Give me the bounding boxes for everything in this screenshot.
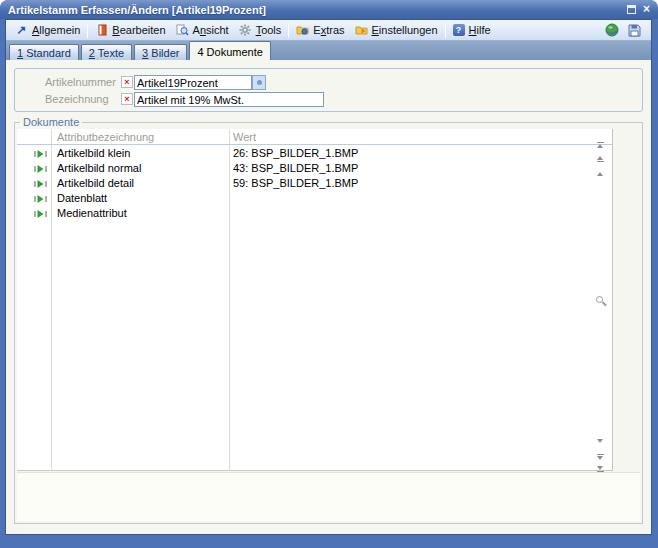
media-attribute-icon	[34, 149, 47, 159]
magnifier-document-icon	[176, 24, 189, 37]
artikelnummer-input[interactable]	[134, 75, 252, 90]
window-titlebar[interactable]: Artikelstamm Erfassen/Ändern [Artikel19P…	[0, 0, 658, 19]
column-header-wert: Wert	[233, 131, 256, 143]
media-attribute-icon	[34, 179, 47, 189]
bezeichnung-row: Bezeichnung	[15, 92, 642, 107]
restore-icon[interactable]	[627, 5, 636, 14]
artikelnummer-row: Artikelnummer	[15, 75, 642, 90]
clear-field-icon[interactable]	[121, 76, 133, 88]
lookup-spinner-button[interactable]	[252, 75, 266, 90]
tab-dokumente[interactable]: 4 Dokumente	[189, 41, 270, 60]
column-header-attribut: Attributbezeichnung	[57, 131, 154, 143]
attribute-value: 26: BSP_BILDER_1.BMP	[233, 147, 358, 159]
scroll-page-up-button[interactable]	[594, 153, 606, 165]
menu-hilfe[interactable]: Hilfe	[448, 21, 496, 40]
titlebar-controls	[627, 5, 650, 14]
menu-allgemein[interactable]: Allgemein	[10, 21, 85, 40]
window-inner-frame: Allgemein Bearbeiten Ansicht Tools	[5, 19, 652, 535]
menu-label-allgemein: Allgemein	[32, 24, 80, 36]
edit-notebook-icon	[95, 24, 108, 37]
search-icon[interactable]	[595, 295, 607, 307]
menu-label-tools: Tools	[256, 24, 282, 36]
menu-label-einstellungen: Einstellungen	[372, 24, 438, 36]
folder-settings-icon	[355, 24, 368, 37]
tab-bilder[interactable]: 3 Bilder	[134, 44, 187, 60]
menu-ansicht[interactable]: Ansicht	[171, 21, 234, 40]
application-window: Artikelstamm Erfassen/Ändern [Artikel19P…	[0, 0, 658, 548]
table-footer-panel	[17, 472, 640, 521]
scroll-down-button[interactable]	[594, 435, 606, 447]
attribute-name: Artikelbild normal	[57, 162, 141, 174]
attribute-name: Artikelbild klein	[57, 147, 130, 159]
menu-toolbar: Allgemein Bearbeiten Ansicht Tools	[6, 20, 651, 41]
attribute-value: 59: BSP_BILDER_1.BMP	[233, 177, 358, 189]
help-icon	[453, 24, 465, 36]
gear-icon	[239, 24, 252, 37]
attribute-name: Datenblatt	[57, 192, 107, 204]
menu-extras[interactable]: Extras	[291, 21, 349, 40]
table-row[interactable]: Artikelbild detail 59: BSP_BILDER_1.BMP	[17, 176, 612, 191]
window-title: Artikelstamm Erfassen/Ändern [Artikel19P…	[8, 4, 266, 16]
groupbox-label: Dokumente	[20, 116, 82, 128]
save-icon[interactable]	[628, 24, 641, 37]
close-icon[interactable]	[643, 5, 650, 14]
tab-page-dokumente: Artikelnummer Bezeichnung Dokumente	[6, 60, 651, 534]
table-row[interactable]: Artikelbild normal 43: BSP_BILDER_1.BMP	[17, 161, 612, 176]
bezeichnung-input[interactable]	[134, 92, 324, 107]
media-attribute-icon	[34, 209, 47, 219]
arrow-up-right-icon	[15, 24, 28, 37]
tab-texte[interactable]: 2 Texte	[81, 44, 132, 60]
toolbar-separator	[87, 23, 88, 38]
bezeichnung-label: Bezeichnung	[45, 93, 109, 105]
toolbar-separator	[445, 23, 446, 38]
globe-icon[interactable]	[605, 23, 619, 37]
menu-tools[interactable]: Tools	[234, 21, 287, 40]
table-row[interactable]: Medienattribut	[17, 206, 612, 221]
attributes-table: Attributbezeichnung Wert Artikelbild kle…	[17, 129, 613, 471]
artikelnummer-label: Artikelnummer	[45, 76, 116, 88]
table-body: Artikelbild klein 26: BSP_BILDER_1.BMP A…	[17, 146, 612, 221]
menu-label-ansicht: Ansicht	[193, 24, 229, 36]
article-header-form: Artikelnummer Bezeichnung	[14, 68, 643, 112]
clear-field-icon[interactable]	[121, 93, 133, 105]
table-row[interactable]: Artikelbild klein 26: BSP_BILDER_1.BMP	[17, 146, 612, 161]
menu-label-bearbeiten: Bearbeiten	[112, 24, 165, 36]
table-row[interactable]: Datenblatt	[17, 191, 612, 206]
scroll-page-down-button[interactable]	[594, 450, 606, 462]
tab-strip: 1 Standard 2 Texte 3 Bilder 4 Dokumente	[6, 41, 651, 60]
toolbar-separator	[288, 23, 289, 38]
menu-label-extras: Extras	[313, 24, 344, 36]
dokumente-groupbox: Dokumente Attributbezeichnung Wert Artik…	[14, 122, 643, 524]
menu-einstellungen[interactable]: Einstellungen	[350, 21, 443, 40]
menu-label-hilfe: Hilfe	[469, 24, 491, 36]
attribute-value: 43: BSP_BILDER_1.BMP	[233, 162, 358, 174]
table-header: Attributbezeichnung Wert	[17, 129, 612, 145]
attribute-name: Medienattribut	[57, 207, 127, 219]
scroll-up-button[interactable]	[594, 168, 606, 180]
tab-standard[interactable]: 1 Standard	[9, 44, 79, 60]
toolbar-right-icons	[605, 23, 641, 37]
media-attribute-icon	[34, 194, 47, 204]
menu-bearbeiten[interactable]: Bearbeiten	[90, 21, 170, 40]
media-attribute-icon	[34, 164, 47, 174]
attribute-name: Artikelbild detail	[57, 177, 134, 189]
spinner-glyph	[257, 80, 262, 85]
folder-globe-icon	[296, 24, 309, 37]
scroll-first-button[interactable]	[594, 138, 606, 150]
